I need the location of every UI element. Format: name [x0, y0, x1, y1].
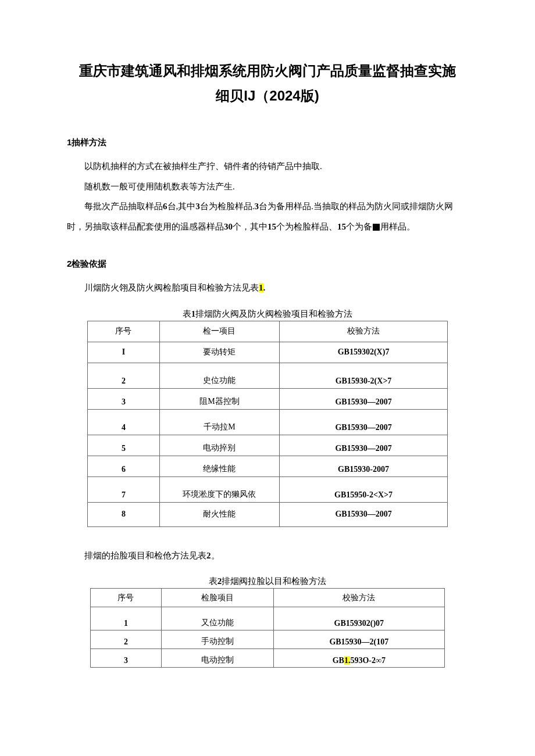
section-1-para-2: 随机数一般可使用陆机数表等方法产生. [67, 177, 468, 197]
table-1: 序号 检一项目 校验方法 I 要动转矩 GB159302(X)7 2 史位功能 … [87, 321, 448, 527]
table-row: 3 阻M器控制 GB15930—2007 [88, 388, 448, 409]
section-1-heading: 1抽样方法 [67, 137, 468, 148]
table-row: 1 又位功能 GB159302()07 [91, 607, 445, 630]
table-row: 2 史位功能 GB15930-2(X>7 [88, 363, 448, 388]
table-row: 5 电动捽别 GB15930—2007 [88, 435, 448, 456]
table-2-caption: 表2排烟阀拉脸以目和检验方法 [67, 576, 468, 587]
table-header-item: 检一项目 [159, 321, 279, 342]
section-2-para-2: 排烟的抬脸项目和检伧方法见表2。 [67, 546, 468, 566]
table-row: 序号 检一项目 校验方法 [88, 321, 448, 342]
section-2-heading: 2检验依据 [67, 259, 468, 270]
section-1-title: 抽样方法 [72, 137, 106, 147]
title-line-2: 细贝IJ（2024版) [67, 83, 468, 108]
table-header-method: 校验方法 [280, 321, 448, 342]
table-row: 6 绝缘性能 GB15930-2007 [88, 456, 448, 476]
black-square-icon [373, 224, 380, 231]
table-header-idx: 序号 [91, 589, 162, 607]
table-1-caption: 表1排烟防火阀及防火阀检验项目和检验方法 [67, 309, 468, 320]
section-1-para-3: 每批次产品抽取样品6台,其中3台为检脸样品.3台为备用样品.当抽取的样品为防火同… [67, 196, 468, 237]
table-header-item: 检脸项目 [161, 589, 273, 607]
table-row: I 要动转矩 GB159302(X)7 [88, 342, 448, 363]
table-row: 3 电动控制 GB1.593O-2∞7 [91, 649, 445, 668]
table-row: 序号 检脸项目 校验方法 [91, 589, 445, 607]
table-header-idx: 序号 [88, 321, 160, 342]
section-1-para-1: 以防机抽样的方式在被抽样生产拧、销件者的待销产品中抽取. [67, 156, 468, 177]
table-2: 序号 检脸项目 校验方法 1 又位功能 GB159302()07 2 手动控制 … [90, 588, 445, 668]
table-row: 7 环境淞度下的獭风依 GB15950-2<X>7 [88, 476, 448, 502]
title-line-1: 重庆市建筑通风和排烟系统用防火阀门产品质量监督抽查实施 [67, 58, 468, 83]
section-2-para-1: 川烟防火翎及防火阀检胎项目和检验方法见表1. [67, 278, 468, 298]
section-2-title: 检验依据 [72, 259, 106, 268]
table-row: 2 手动控制 GB15930—2(107 [91, 630, 445, 649]
table-header-method: 校验方法 [273, 589, 444, 607]
document-title: 重庆市建筑通风和排烟系统用防火阀门产品质量监督抽查实施 细贝IJ（2024版) [67, 58, 468, 108]
table-row: 4 千动拉M GB15930—2007 [88, 409, 448, 435]
table-row: 8 耐火性能 GB15930—2007 [88, 502, 448, 526]
